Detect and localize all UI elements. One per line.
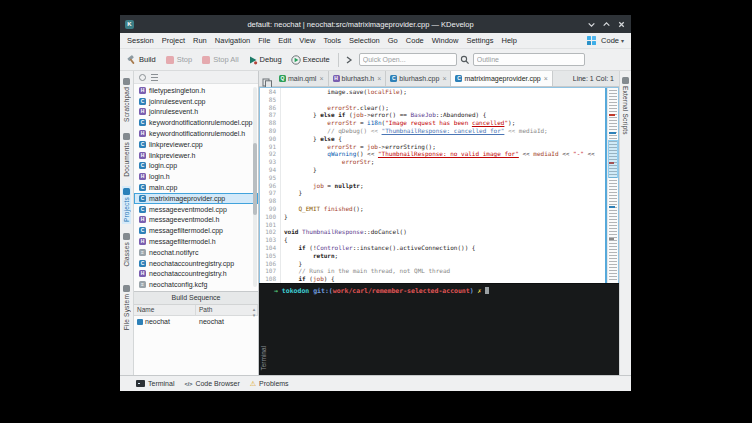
build-sequence-row[interactable]: neochat neochat <box>134 316 258 327</box>
maximize-icon[interactable] <box>602 20 611 29</box>
kdevelop-window: K default: neochat | neochat:src/matrixi… <box>120 15 631 391</box>
menu-item-help[interactable]: Help <box>498 36 521 45</box>
menu-item-go[interactable]: Go <box>384 36 402 45</box>
debug-button[interactable]: Debug <box>245 53 285 67</box>
tree-item-messagefiltermodel-h[interactable]: Hmessagefiltermodel.h <box>134 236 258 247</box>
tree-item-neochataccountregistry-h[interactable]: Hneochataccountregistry.h <box>134 269 258 280</box>
menu-item-edit[interactable]: Edit <box>274 36 295 45</box>
stop-button[interactable]: Stop <box>162 53 195 67</box>
line-number: 105 <box>260 252 280 260</box>
column-header-path[interactable]: Path <box>196 305 258 315</box>
dock-tab-external-scripts[interactable]: External Scripts <box>621 75 630 137</box>
editor-gutter: 8485868788899091929394959697989910010110… <box>260 88 281 283</box>
code-line: } <box>284 260 605 268</box>
stop-icon <box>201 55 211 65</box>
dock-tab-projects[interactable]: Projects <box>122 186 131 224</box>
close-tab-icon[interactable]: × <box>377 75 381 82</box>
file-type-icon: C <box>139 260 146 267</box>
code-line <box>284 221 605 229</box>
terminal-side-tab[interactable]: Terminal <box>260 346 267 371</box>
terminal-panel[interactable]: Terminal → tokodon git:(work/carl/rememb… <box>259 283 619 375</box>
tab-main-qml[interactable]: Qmain.qml× <box>275 71 329 86</box>
dock-tab-classes[interactable]: Classes <box>122 231 131 269</box>
menu-item-code[interactable]: Code <box>402 36 428 45</box>
close-tab-icon[interactable]: × <box>442 75 446 82</box>
line-number: 89 <box>260 127 280 135</box>
area-grid-icon[interactable] <box>587 36 596 45</box>
menu-item-project[interactable]: Project <box>158 36 189 45</box>
code-line: if (job) { <box>284 275 605 283</box>
statusbar-problems-button[interactable]: Problems <box>250 380 289 388</box>
toolbar-overflow-chevron-icon[interactable] <box>344 55 354 65</box>
close-tab-icon[interactable]: × <box>544 75 548 82</box>
menu-item-run[interactable]: Run <box>189 36 211 45</box>
title-bar[interactable]: K default: neochat | neochat:src/matrixi… <box>120 15 631 33</box>
minimize-icon[interactable] <box>587 20 596 29</box>
tree-item-messageeventmodel-h[interactable]: Hmessageeventmodel.h <box>134 215 258 226</box>
file-type-icon: C <box>139 119 146 126</box>
line-number: 98 <box>260 197 280 205</box>
tree-item-neochatconfig-kcfg[interactable]: ≡neochatconfig.kcfg <box>134 279 258 290</box>
tree-item-joinrulesevent-h[interactable]: Hjoinrulesevent.h <box>134 107 258 118</box>
tree-item-login-cpp[interactable]: Clogin.cpp <box>134 161 258 172</box>
terminal-body[interactable]: → tokodon git:(work/carl/remember-select… <box>270 284 619 375</box>
file-type-icon: C <box>139 141 146 148</box>
tree-item-linkpreviewer-cpp[interactable]: Clinkpreviewer.cpp <box>134 139 258 150</box>
tree-item-filetypesingleton-h[interactable]: Hfiletypesingleton.h <box>134 85 258 96</box>
line-number: 90 <box>260 135 280 143</box>
line-number: 106 <box>260 260 280 268</box>
quick-open-input[interactable] <box>359 53 457 66</box>
line-number: 99 <box>260 205 280 213</box>
menu-item-session[interactable]: Session <box>123 36 158 45</box>
tree-item-keywordnotificationrulemodel-cpp[interactable]: Ckeywordnotificationrulemodel.cpp <box>134 117 258 128</box>
tree-item-messagefiltermodel-cpp[interactable]: Cmessagefiltermodel.cpp <box>134 225 258 236</box>
code-line: errorStr; <box>284 158 605 166</box>
tab-blurhash-h[interactable]: Hblurhash.h× <box>329 71 387 86</box>
tree-item-messageeventmodel-cpp[interactable]: Cmessageeventmodel.cpp <box>134 204 258 215</box>
menu-item-navigation[interactable]: Navigation <box>211 36 254 45</box>
code-line: void ThumbnailResponse::doCancel() <box>284 228 605 236</box>
tab-blurhash-cpp[interactable]: Cblurhash.cpp× <box>386 71 451 86</box>
build-sequence-scrollbar[interactable]: ▴▾ <box>251 306 257 318</box>
tree-item-login-h[interactable]: Hlogin.h <box>134 171 258 182</box>
menu-item-window[interactable]: Window <box>428 36 463 45</box>
project-tree-scrollbar[interactable] <box>253 87 257 287</box>
file-type-icon: C <box>139 206 146 213</box>
tree-item-main-cpp[interactable]: Cmain.cpp <box>134 182 258 193</box>
filter-list-icon[interactable] <box>151 74 158 81</box>
menu-item-tools[interactable]: Tools <box>319 36 345 45</box>
code-editor[interactable]: 8485868788899091929394959697989910010110… <box>259 87 619 283</box>
menu-item-selection[interactable]: Selection <box>345 36 384 45</box>
editor-code[interactable]: image.save(localFile); errorStr.clear();… <box>281 88 605 283</box>
document-list-icon[interactable] <box>262 74 272 84</box>
area-switcher[interactable]: Code ▾ <box>601 36 624 45</box>
stop-all-button[interactable]: Stop All <box>198 53 241 67</box>
menu-item-view[interactable]: View <box>295 36 319 45</box>
build-button[interactable]: Build <box>124 53 159 67</box>
close-icon[interactable] <box>617 20 626 29</box>
dock-tab-scratchpad[interactable]: Scratchpad <box>122 76 131 124</box>
editor-minimap[interactable] <box>607 88 618 283</box>
minimap-marks <box>609 90 617 281</box>
tree-item-keywordnotificationrulemodel-h[interactable]: Hkeywordnotificationrulemodel.h <box>134 128 258 139</box>
tree-item-joinrulesevent-cpp[interactable]: Cjoinrulesevent.cpp <box>134 96 258 107</box>
menu-item-settings[interactable]: Settings <box>462 36 497 45</box>
tab-matriximageprovider-cpp[interactable]: Cmatriximageprovider.cpp× <box>451 71 552 86</box>
tree-item-matriximageprovider-cpp[interactable]: Cmatriximageprovider.cpp <box>134 193 258 204</box>
tree-item-neochat-notifyrc[interactable]: ≡neochat.notifyrc <box>134 247 258 258</box>
dock-tab-documents[interactable]: Documents <box>122 131 131 179</box>
statusbar-code-browser-button[interactable]: Code Browser <box>184 380 239 387</box>
close-tab-icon[interactable]: × <box>319 75 323 82</box>
outline-input[interactable] <box>473 53 585 66</box>
tree-item-neochataccountregistry-cpp[interactable]: Cneochataccountregistry.cpp <box>134 258 258 269</box>
tree-item-linkpreviewer-h[interactable]: Hlinkpreviewer.h <box>134 150 258 161</box>
projects-panel: Hfiletypesingleton.hCjoinrulesevent.cppH… <box>134 71 259 375</box>
toolbar-buttons: BuildStopStop AllDebugExecute <box>124 53 333 67</box>
locate-file-icon[interactable] <box>139 74 146 81</box>
file-type-icon: H <box>139 152 146 159</box>
execute-button[interactable]: Execute <box>288 53 333 67</box>
menu-item-file[interactable]: File <box>254 36 274 45</box>
dock-tab-file-system[interactable]: File System <box>122 283 131 332</box>
column-header-name[interactable]: Name <box>134 305 196 315</box>
statusbar-terminal-button[interactable]: Terminal <box>136 380 174 387</box>
